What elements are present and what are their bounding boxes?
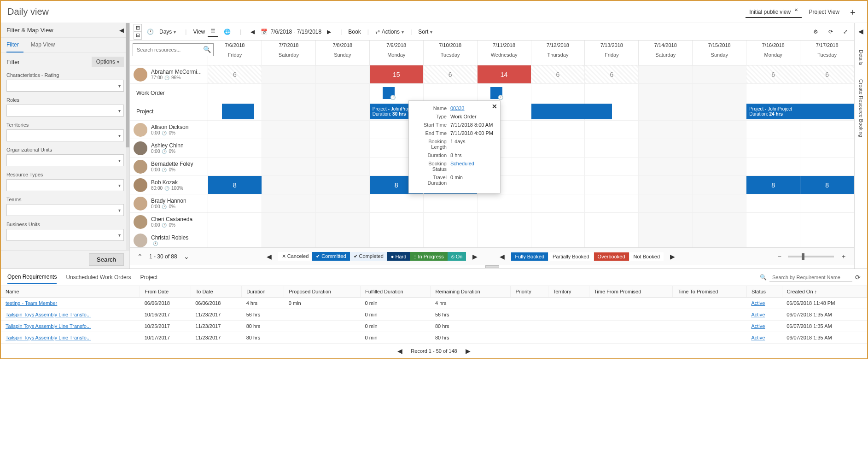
prev-button[interactable]: ◀ — [248, 27, 257, 36]
timeline-cell[interactable] — [693, 65, 746, 83]
timeline-cell[interactable]: 8 — [746, 176, 800, 194]
requirement-link[interactable]: testing - Team Member — [6, 300, 57, 306]
column-header[interactable]: Time To Promised — [673, 286, 746, 298]
details-tab[interactable]: Details — [858, 50, 864, 65]
legend1-next[interactable]: ▶ — [470, 252, 480, 261]
column-header[interactable]: Territory — [548, 286, 589, 298]
timeline-cell[interactable] — [746, 139, 800, 157]
timeline-cell[interactable] — [208, 158, 262, 175]
timeline-cell[interactable] — [800, 84, 854, 102]
timeline-cell[interactable] — [693, 102, 746, 120]
timeline-cell[interactable] — [424, 231, 478, 247]
timeline-cell[interactable] — [746, 194, 800, 212]
table-row[interactable]: Tailspin Toys Assembly Line Transfo... 1… — [1, 332, 867, 344]
timeline-cell[interactable] — [262, 158, 316, 175]
timeline-cell[interactable] — [531, 231, 585, 247]
timeline-cell[interactable] — [316, 194, 370, 212]
filter-select[interactable] — [6, 154, 124, 166]
table-row[interactable]: Tailspin Toys Assembly Line Transfo... 1… — [1, 309, 867, 321]
timeline-cell[interactable] — [478, 194, 531, 212]
timeline-cell[interactable] — [370, 84, 424, 102]
timeline-cell[interactable] — [316, 231, 370, 247]
timeline-cell[interactable] — [370, 231, 424, 247]
status-chip[interactable]: :: In Progress — [410, 252, 447, 261]
tooltip-link[interactable]: Scheduled — [450, 161, 474, 166]
timeline-cell[interactable] — [262, 102, 316, 120]
collapse-all-button[interactable]: ⊟ — [134, 32, 141, 39]
timeline-cell[interactable] — [316, 176, 370, 194]
timeline-cell[interactable] — [639, 194, 693, 212]
timeline-cell[interactable] — [531, 176, 585, 194]
timeline-cell[interactable] — [693, 121, 746, 139]
timeline-cell[interactable] — [800, 158, 854, 175]
timeline-cell[interactable] — [746, 84, 800, 102]
tab-filter[interactable]: Filter — [6, 38, 23, 53]
splitter-handle[interactable] — [130, 265, 854, 269]
timeline-cell[interactable] — [316, 213, 370, 231]
resource-row[interactable]: Abraham McCormi... 77:0096% — [130, 65, 208, 84]
create-booking-tab[interactable]: Create Resource Booking — [858, 79, 864, 137]
timeline-cell[interactable]: 6 — [585, 65, 639, 83]
timeline-cell[interactable] — [693, 213, 746, 231]
timeline-cell[interactable] — [639, 176, 693, 194]
booking-chip[interactable]: Fully Booked — [511, 252, 548, 261]
filter-select[interactable] — [6, 80, 124, 92]
book-button[interactable]: Book — [345, 27, 363, 36]
tab-project[interactable]: Project — [140, 271, 157, 283]
column-header[interactable]: Status — [746, 286, 782, 298]
calendar-icon[interactable]: 📅 — [260, 28, 268, 35]
timeline-cell[interactable] — [370, 213, 424, 231]
days-selector[interactable]: Days — [157, 27, 179, 36]
legend2-prev[interactable]: ◀ — [497, 252, 507, 261]
timeline-cell[interactable] — [531, 158, 585, 175]
status-chip[interactable]: ● Hard — [387, 252, 410, 261]
timeline-cell[interactable] — [585, 139, 639, 157]
options-button[interactable]: Options — [92, 57, 124, 67]
zoom-in-icon[interactable]: ＋ — [838, 251, 850, 262]
gear-icon[interactable]: ⚙ — [810, 27, 821, 36]
timeline-cell[interactable] — [424, 213, 478, 231]
map-view-button[interactable]: 🌐 — [221, 27, 233, 36]
timeline-cell[interactable] — [208, 139, 262, 157]
timeline-cell[interactable]: 6 — [800, 65, 854, 83]
view-tab-project[interactable]: Project View — [805, 7, 843, 17]
zoom-slider[interactable] — [788, 256, 834, 257]
timeline-cell[interactable] — [208, 121, 262, 139]
timeline-cell[interactable]: 8 — [800, 176, 854, 194]
refresh-icon[interactable]: ⟳ — [855, 274, 861, 281]
column-header[interactable]: Priority — [511, 286, 548, 298]
timeline-cell[interactable] — [585, 176, 639, 194]
timeline-cell[interactable] — [800, 231, 854, 247]
resource-row[interactable]: Christal Robles — [130, 231, 208, 247]
timeline-cell[interactable]: 6 — [208, 65, 262, 83]
search-resources-input[interactable] — [133, 43, 214, 56]
timeline-cell[interactable] — [746, 158, 800, 175]
zoom-out-icon[interactable]: − — [775, 252, 784, 261]
filter-select[interactable] — [6, 105, 124, 117]
status-link[interactable]: Active — [751, 312, 765, 317]
timeline-cell[interactable] — [693, 158, 746, 175]
legend2-next[interactable]: ▶ — [667, 252, 678, 261]
timeline-cell[interactable] — [800, 194, 854, 212]
timeline-cell[interactable] — [262, 231, 316, 247]
resource-row[interactable]: Cheri Castaneda 0:000% — [130, 213, 208, 231]
pager-up-icon[interactable]: ⌃ — [134, 252, 146, 261]
resource-row[interactable]: Allison Dickson 0:000% — [130, 121, 208, 139]
timeline-cell[interactable] — [478, 213, 531, 231]
timeline-cell[interactable] — [639, 231, 693, 247]
timeline-cell[interactable] — [693, 176, 746, 194]
resource-subrow[interactable]: Work Order — [130, 84, 208, 102]
table-next-icon[interactable]: ▶ — [463, 346, 473, 356]
timeline-cell[interactable] — [316, 121, 370, 139]
booking-chip[interactable]: Not Booked — [630, 252, 664, 261]
close-icon[interactable]: ✕ — [492, 103, 497, 110]
view-tab-initial[interactable]: Initial public view ✕ — [746, 6, 801, 18]
timeline-cell[interactable] — [639, 102, 693, 120]
timeline-cell[interactable] — [262, 121, 316, 139]
filter-select[interactable] — [6, 229, 124, 241]
booking-chip[interactable]: Overbooked — [594, 252, 629, 261]
timeline-cell[interactable] — [639, 65, 693, 83]
add-view-button[interactable]: ＋ — [845, 6, 861, 18]
column-header[interactable]: Name — [1, 286, 140, 298]
timeline-cell[interactable] — [478, 231, 531, 247]
